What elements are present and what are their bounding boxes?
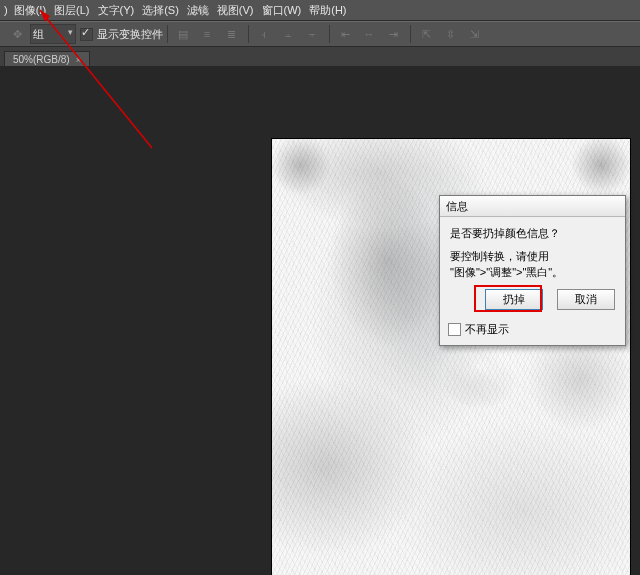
separator xyxy=(329,25,330,43)
move-tool-icon[interactable]: ✥ xyxy=(6,24,28,44)
menu-window[interactable]: 窗口(W) xyxy=(258,3,306,18)
menu-bar: ) 图像(I) 图层(L) 文字(Y) 选择(S) 滤镜 视图(V) 窗口(W)… xyxy=(0,0,640,21)
dialog-footer: 不再显示 xyxy=(440,318,625,345)
document-tab-bar: 50%(RGB/8) × xyxy=(0,47,640,68)
distribute-icon-2[interactable]: ↔ xyxy=(358,24,380,44)
menu-help[interactable]: 帮助(H) xyxy=(305,3,350,18)
distribute-icon-3[interactable]: ⇥ xyxy=(382,24,404,44)
document-tab[interactable]: 50%(RGB/8) × xyxy=(4,51,90,67)
show-transform-label: 显示变换控件 xyxy=(97,27,163,42)
dialog-title-bar[interactable]: 信息 xyxy=(440,196,625,217)
distribute-icon-6[interactable]: ⇲ xyxy=(463,24,485,44)
dialog-message-1: 是否要扔掉颜色信息？ xyxy=(450,225,615,242)
info-dialog: 信息 是否要扔掉颜色信息？ 要控制转换，请使用 "图像">"调整">"黑白"。 … xyxy=(439,195,626,346)
align-icon-5[interactable]: ⫠ xyxy=(277,24,299,44)
distribute-icon-4[interactable]: ⇱ xyxy=(415,24,437,44)
document-tab-label: 50%(RGB/8) xyxy=(13,54,70,65)
menu-view[interactable]: 视图(V) xyxy=(213,3,258,18)
dialog-body: 是否要扔掉颜色信息？ 要控制转换，请使用 "图像">"调整">"黑白"。 xyxy=(440,217,625,285)
show-transform-checkbox[interactable] xyxy=(80,28,93,41)
menu-prefix: ) xyxy=(4,4,8,16)
cancel-button[interactable]: 取消 xyxy=(557,289,615,310)
dialog-message-2a: 要控制转换，请使用 xyxy=(450,248,615,265)
dialog-buttons: 扔掉 取消 xyxy=(440,285,625,318)
separator xyxy=(167,25,168,43)
separator xyxy=(410,25,411,43)
close-tab-icon[interactable]: × xyxy=(76,55,81,65)
auto-select-dropdown[interactable]: 组 ▾ xyxy=(30,24,76,44)
dont-show-label: 不再显示 xyxy=(465,322,509,337)
align-icon-2[interactable]: ≡ xyxy=(196,24,218,44)
align-icon-4[interactable]: ⫞ xyxy=(253,24,275,44)
separator xyxy=(248,25,249,43)
options-bar: ✥ 组 ▾ 显示变换控件 ▤ ≡ ≣ ⫞ ⫠ ⫟ ⇤ ↔ ⇥ ⇱ ⇳ ⇲ xyxy=(0,21,640,47)
dialog-title: 信息 xyxy=(446,199,468,214)
dialog-message-2b: "图像">"调整">"黑白"。 xyxy=(450,264,615,281)
menu-type[interactable]: 文字(Y) xyxy=(94,3,139,18)
distribute-icon-5[interactable]: ⇳ xyxy=(439,24,461,44)
chevron-down-icon: ▾ xyxy=(68,27,73,37)
dont-show-checkbox[interactable] xyxy=(448,323,461,336)
menu-image[interactable]: 图像(I) xyxy=(10,3,50,18)
align-icon-6[interactable]: ⫟ xyxy=(301,24,323,44)
distribute-icon-1[interactable]: ⇤ xyxy=(334,24,356,44)
align-icon-1[interactable]: ▤ xyxy=(172,24,194,44)
auto-select-value: 组 xyxy=(33,27,44,42)
menu-select[interactable]: 选择(S) xyxy=(138,3,183,18)
menu-layer[interactable]: 图层(L) xyxy=(50,3,93,18)
menu-filter[interactable]: 滤镜 xyxy=(183,3,213,18)
align-icon-3[interactable]: ≣ xyxy=(220,24,242,44)
annotation-highlight xyxy=(474,285,542,312)
